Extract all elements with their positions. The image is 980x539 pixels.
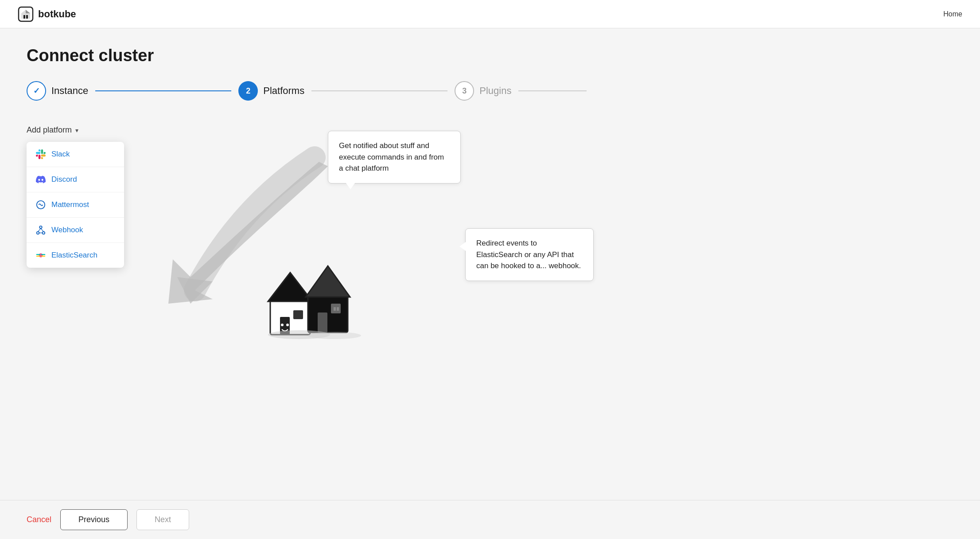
main-content: Connect cluster ✓ Instance 2 Platforms 3… bbox=[0, 28, 620, 361]
discord-label: Discord bbox=[51, 175, 77, 184]
step-label-instance: Instance bbox=[51, 85, 88, 97]
webhook-icon bbox=[35, 225, 46, 235]
dropdown-arrow-icon: ▾ bbox=[75, 127, 78, 134]
logo: botkube bbox=[18, 6, 76, 22]
stepper: ✓ Instance 2 Platforms 3 Plugins bbox=[27, 81, 594, 101]
bubble-webhook: Redirect events to ElasticSearch or any … bbox=[465, 228, 594, 281]
svg-point-25 bbox=[308, 332, 361, 339]
platform-item-webhook[interactable]: Webhook bbox=[27, 218, 124, 243]
svg-point-6 bbox=[37, 232, 39, 234]
logo-icon bbox=[18, 6, 34, 22]
platform-item-discord[interactable]: Discord bbox=[27, 167, 124, 192]
webhook-label: Webhook bbox=[51, 226, 83, 234]
houses-illustration bbox=[266, 250, 363, 339]
svg-rect-15 bbox=[293, 310, 303, 319]
previous-button[interactable]: Previous bbox=[60, 509, 128, 530]
slack-label: Slack bbox=[51, 150, 70, 159]
content-area: Add platform ▾ Slack bbox=[27, 122, 594, 352]
platform-item-elasticsearch[interactable]: ElasticSearch bbox=[27, 243, 124, 268]
step-circle-plugins: 3 bbox=[455, 81, 474, 101]
logo-text: botkube bbox=[38, 8, 76, 20]
home-nav-button[interactable]: Home bbox=[943, 10, 962, 18]
step-circle-platforms: 2 bbox=[238, 81, 258, 101]
footer: Cancel Previous Next bbox=[0, 500, 980, 539]
step-line-2 bbox=[311, 90, 447, 91]
mattermost-icon bbox=[35, 199, 46, 210]
elasticsearch-icon bbox=[35, 250, 46, 261]
bubble-chat: Get notified about stuff and execute com… bbox=[328, 131, 461, 184]
svg-point-7 bbox=[43, 232, 45, 234]
platform-item-slack[interactable]: Slack bbox=[27, 142, 124, 167]
header: botkube Home bbox=[0, 0, 980, 28]
next-button: Next bbox=[136, 509, 189, 530]
svg-rect-18 bbox=[308, 295, 348, 332]
bubble-chat-text: Get notified about stuff and execute com… bbox=[339, 141, 444, 172]
bubble-webhook-text: Redirect events to ElasticSearch or any … bbox=[476, 239, 581, 270]
svg-point-9 bbox=[39, 253, 43, 257]
svg-rect-12 bbox=[270, 299, 310, 335]
step-line-3 bbox=[518, 90, 587, 91]
step-circle-instance: ✓ bbox=[27, 81, 46, 101]
page-title: Connect cluster bbox=[27, 46, 594, 65]
elasticsearch-label: ElasticSearch bbox=[51, 251, 97, 260]
step-instance: ✓ Instance bbox=[27, 81, 88, 101]
step-plugins: 3 Plugins bbox=[455, 81, 511, 101]
svg-rect-20 bbox=[318, 312, 327, 332]
step-platforms: 2 Platforms bbox=[238, 81, 304, 101]
svg-rect-23 bbox=[337, 307, 339, 311]
svg-marker-2 bbox=[26, 10, 30, 13]
platform-dropdown-container: Add platform ▾ Slack bbox=[27, 122, 142, 352]
step-line-1 bbox=[95, 90, 231, 91]
add-platform-label: Add platform bbox=[27, 125, 72, 135]
platform-item-mattermost[interactable]: Mattermost bbox=[27, 192, 124, 218]
svg-point-17 bbox=[286, 324, 289, 326]
svg-point-8 bbox=[39, 226, 42, 228]
step-label-platforms: Platforms bbox=[263, 85, 304, 97]
svg-rect-3 bbox=[23, 15, 25, 19]
add-platform-button[interactable]: Add platform ▾ bbox=[27, 122, 78, 138]
svg-marker-19 bbox=[306, 266, 350, 297]
illustration-area: Get notified about stuff and execute com… bbox=[159, 122, 594, 352]
cancel-button[interactable]: Cancel bbox=[27, 511, 51, 529]
discord-icon bbox=[35, 174, 46, 185]
mattermost-label: Mattermost bbox=[51, 200, 89, 209]
svg-rect-4 bbox=[26, 15, 28, 19]
svg-rect-22 bbox=[334, 307, 336, 311]
svg-point-16 bbox=[281, 324, 284, 326]
step-label-plugins: Plugins bbox=[479, 85, 511, 97]
platform-dropdown-menu: Slack Discord bbox=[27, 142, 124, 268]
slack-icon bbox=[35, 149, 46, 160]
